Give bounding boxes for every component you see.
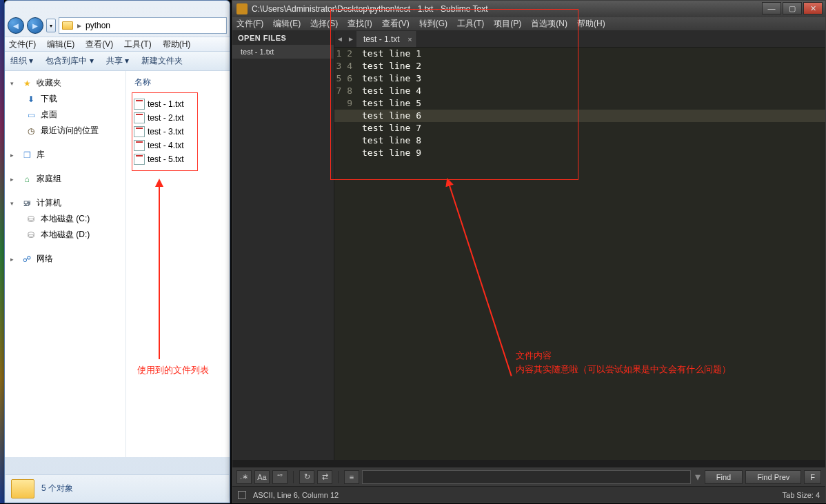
- menu-goto[interactable]: 转到(G): [419, 18, 447, 30]
- annotation-line: 文件内容: [516, 349, 731, 363]
- separator: [338, 471, 339, 483]
- library-icon: ❒: [21, 150, 32, 160]
- annotation-box-files: test - 1.txttest - 2.txttest - 3.txttest…: [132, 92, 198, 171]
- sidebar-libraries[interactable]: ▸ ❒ 库: [5, 147, 125, 163]
- sublime-main: OPEN FILES test - 1.txt ◄ ► test - 1.txt…: [232, 31, 825, 460]
- sidebar-item-downloads[interactable]: ⬇ 下载: [5, 91, 125, 107]
- sidebar-computer[interactable]: ▾ 🖳 计算机: [5, 195, 125, 211]
- explorer-window: ◄ ► ▾ ▸ python 文件(F) 编辑(E) 查看(V) 工具(T) 帮…: [4, 0, 230, 503]
- menu-tools[interactable]: 工具(T): [124, 39, 151, 50]
- history-dropdown[interactable]: ▾: [46, 19, 56, 32]
- tab-prev-button[interactable]: ◄: [334, 31, 345, 47]
- tab-file[interactable]: test - 1.txt ×: [356, 31, 417, 47]
- star-icon: ★: [21, 79, 32, 88]
- sidebar-item-recent[interactable]: ◷ 最近访问的位置: [5, 123, 125, 139]
- find-regex-toggle[interactable]: .∗: [236, 470, 252, 484]
- explorer-titlebar[interactable]: [5, 1, 230, 14]
- annotation-line: 内容其实随意啦（可以尝试如果是中文会有什么问题）: [516, 363, 731, 376]
- disk-icon: ⛁: [26, 214, 37, 224]
- file-name: test - 2.txt: [148, 113, 184, 123]
- find-input[interactable]: [362, 470, 691, 484]
- file-name: test - 3.txt: [148, 127, 184, 137]
- sidebar-item-drive-d[interactable]: ⛁ 本地磁盘 (D:): [5, 227, 125, 243]
- menu-project[interactable]: 项目(P): [494, 18, 521, 30]
- file-item[interactable]: test - 4.txt: [134, 139, 194, 152]
- status-panel-icon[interactable]: [238, 491, 246, 499]
- address-bar[interactable]: ▸ python: [59, 17, 227, 34]
- tab-close-icon[interactable]: ×: [407, 35, 412, 43]
- find-case-toggle[interactable]: Aa: [254, 470, 270, 484]
- status-tabsize[interactable]: Tab Size: 4: [783, 491, 820, 499]
- file-item[interactable]: test - 5.txt: [134, 152, 194, 166]
- sublime-titlebar[interactable]: C:\Users\Administrator\Desktop\python\te…: [232, 1, 825, 17]
- sidebar-label: 库: [37, 149, 45, 161]
- homegroup-icon: ⌂: [21, 174, 32, 184]
- txt-file-icon: [134, 126, 145, 137]
- tab-label: test - 1.txt: [363, 34, 400, 44]
- toolbar-newfolder[interactable]: 新建文件夹: [141, 55, 183, 67]
- open-file-item[interactable]: test - 1.txt: [232, 45, 334, 59]
- tab-next-button[interactable]: ►: [345, 31, 356, 47]
- breadcrumb-sep: ▸: [77, 21, 81, 30]
- menu-help[interactable]: 帮助(H): [577, 18, 605, 30]
- sublime-app-icon: [236, 3, 248, 14]
- menu-edit[interactable]: 编辑(E): [47, 39, 74, 50]
- menu-help[interactable]: 帮助(H): [163, 39, 191, 50]
- file-item[interactable]: test - 1.txt: [134, 97, 194, 111]
- toolbar-organize[interactable]: 组织 ▾: [10, 55, 33, 67]
- maximize-button[interactable]: ▢: [783, 2, 802, 14]
- recent-icon: ◷: [26, 126, 37, 136]
- find-dropdown-icon[interactable]: ▾: [694, 470, 702, 483]
- menu-find[interactable]: 查找(I): [347, 18, 372, 30]
- explorer-body: ▾ ★ 收藏夹 ⬇ 下载 ▭ 桌面 ◷ 最近访问的位置: [5, 71, 230, 457]
- sidebar-item-desktop[interactable]: ▭ 桌面: [5, 107, 125, 123]
- menu-view[interactable]: 查看(V): [85, 39, 113, 50]
- sublime-statusbar: ASCII, Line 6, Column 12 Tab Size: 4: [232, 486, 825, 503]
- folder-icon: [11, 479, 34, 498]
- menu-file[interactable]: 文件(F): [236, 18, 263, 30]
- desktop-icon: ▭: [26, 110, 37, 120]
- sidebar-item-drive-c[interactable]: ⛁ 本地磁盘 (C:): [5, 211, 125, 227]
- find-prev-button[interactable]: Find Prev: [745, 470, 801, 484]
- status-text: 5 个对象: [41, 483, 73, 494]
- sidebar-homegroup[interactable]: ▸ ⌂ 家庭组: [5, 171, 125, 187]
- toolbar-share[interactable]: 共享 ▾: [106, 55, 129, 67]
- sublime-sidebar: OPEN FILES test - 1.txt: [232, 31, 334, 460]
- back-button[interactable]: ◄: [8, 17, 24, 34]
- sidebar-item-label: 下载: [41, 93, 57, 105]
- txt-file-icon: [134, 154, 145, 165]
- find-wrap-toggle[interactable]: ↻: [299, 470, 314, 484]
- toolbar-include[interactable]: 包含到库中 ▾: [46, 55, 93, 67]
- find-highlight-toggle[interactable]: ≡: [344, 470, 359, 484]
- find-all-button[interactable]: F: [804, 470, 821, 484]
- explorer-menu: 文件(F) 编辑(E) 查看(V) 工具(T) 帮助(H): [5, 37, 230, 52]
- minimize-button[interactable]: —: [762, 2, 781, 14]
- sidebar-label: 家庭组: [37, 173, 61, 185]
- find-inselection-toggle[interactable]: ⇄: [317, 470, 332, 484]
- editor-area[interactable]: ◄ ► test - 1.txt × 1 2 3 4 5 6 7 8 9 tes…: [334, 31, 825, 460]
- sidebar-label: 网络: [37, 253, 53, 265]
- download-icon: ⬇: [26, 94, 37, 104]
- address-path[interactable]: python: [85, 21, 110, 30]
- sublime-window: C:\Users\Administrator\Desktop\python\te…: [232, 0, 826, 503]
- menu-prefs[interactable]: 首选项(N): [531, 18, 567, 30]
- sidebar-network[interactable]: ▸ ☍ 网络: [5, 251, 125, 267]
- find-word-toggle[interactable]: “”: [272, 470, 288, 484]
- file-item[interactable]: test - 2.txt: [134, 111, 194, 125]
- close-button[interactable]: ✕: [803, 2, 823, 14]
- file-name: test - 1.txt: [148, 99, 184, 109]
- menu-tools[interactable]: 工具(T): [457, 18, 484, 30]
- chevron-right-icon: ▸: [10, 176, 17, 183]
- code-content[interactable]: test line 1 test line 2 test line 3 test…: [362, 48, 421, 159]
- menu-edit[interactable]: 编辑(E): [273, 18, 301, 30]
- find-button[interactable]: Find: [705, 470, 743, 484]
- menu-select[interactable]: 选择(S): [310, 18, 338, 30]
- menu-view[interactable]: 查看(V): [382, 18, 410, 30]
- file-item[interactable]: test - 3.txt: [134, 125, 194, 139]
- menu-file[interactable]: 文件(F): [9, 39, 36, 50]
- sidebar-favorites[interactable]: ▾ ★ 收藏夹: [5, 75, 125, 91]
- column-header-name[interactable]: 名称: [132, 75, 224, 92]
- separator: [293, 471, 294, 483]
- forward-button[interactable]: ►: [27, 17, 43, 34]
- chevron-right-icon: ▸: [10, 256, 17, 263]
